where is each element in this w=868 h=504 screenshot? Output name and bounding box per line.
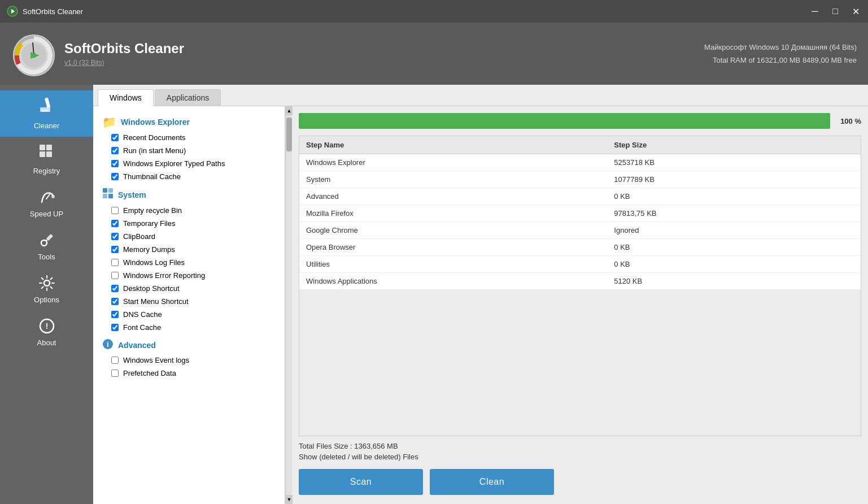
show-files-link[interactable]: Show (deleted / will be deleted) Files [299,453,861,461]
table-row: Mozilla Firefox97813,75 KB [299,205,861,222]
label-temp-files: Temporary Files [123,219,175,228]
svg-rect-11 [41,110,49,112]
cleaner-icon [38,97,56,119]
cell-step-name: Mozilla Firefox [299,205,607,222]
check-empty-recycle[interactable]: Empty recycle Bin [93,204,285,217]
checklist-scrollbar[interactable]: ▲ ▼ [285,106,292,504]
app-logo [11,33,53,75]
cell-step-name: Google Chrome [299,222,607,239]
sidebar-label-registry: Registry [33,167,60,175]
check-dns-cache[interactable]: DNS Cache [93,308,285,321]
checkbox-typed-paths[interactable] [111,160,119,167]
check-desktop-shortcut[interactable]: Desktop Shortcut [93,282,285,295]
results-table: Step Name Step Size Windows Explorer5253… [299,136,861,290]
cell-extra [812,154,861,171]
checkbox-prefetched-data[interactable] [111,370,119,377]
tab-applications[interactable]: Applications [155,89,221,106]
svg-rect-26 [108,194,113,198]
sidebar-item-speedup[interactable]: Speed UP [0,182,93,225]
tab-windows[interactable]: Windows [98,89,154,106]
explorer-folder-icon: 📁 [102,115,116,129]
check-windows-event-logs[interactable]: Windows Event logs [93,354,285,367]
checkbox-temp-files[interactable] [111,220,119,227]
minimize-button[interactable]: ─ [809,6,821,17]
col-header-step-size: Step Size [607,136,811,154]
checkbox-windows-event-logs[interactable] [111,357,119,364]
check-font-cache[interactable]: Font Cache [93,321,285,334]
check-error-reporting[interactable]: Windows Error Reporting [93,269,285,282]
svg-rect-24 [108,188,113,193]
svg-point-20 [44,280,50,286]
registry-icon [38,144,55,164]
checkbox-recent-documents[interactable] [111,134,119,141]
check-recent-documents[interactable]: Recent Documents [93,131,285,144]
content-area: Windows Applications 📁 Windows Explorer … [93,85,868,504]
checkbox-memory-dumps[interactable] [111,246,119,253]
app-logo-icon [7,6,18,17]
sidebar-item-cleaner[interactable]: Cleaner [0,90,93,137]
sidebar-item-options[interactable]: Options [0,268,93,311]
check-start-menu-shortcut[interactable]: Start Menu Shortcut [93,295,285,308]
scroll-thumb[interactable] [286,118,292,151]
clean-button[interactable]: Clean [430,469,554,495]
svg-rect-25 [103,194,107,198]
sidebar-item-tools[interactable]: Tools [0,225,93,268]
table-row: System1077789 KB [299,171,861,188]
checkbox-dns-cache[interactable] [111,311,119,318]
system-section-title: System [118,190,146,199]
cell-step-size: 5120 KB [607,273,811,290]
checkbox-font-cache[interactable] [111,324,119,331]
checkbox-windows-log[interactable] [111,259,119,266]
checkbox-error-reporting[interactable] [111,272,119,279]
check-memory-dumps[interactable]: Memory Dumps [93,243,285,256]
sidebar-item-registry[interactable]: Registry [0,137,93,182]
table-row: Google ChromeIgnored [299,222,861,239]
tools-icon [38,232,55,250]
sidebar: Cleaner Registry Speed UP [0,85,93,504]
cell-step-name: System [299,171,607,188]
svg-point-18 [41,240,47,246]
scroll-up-arrow[interactable]: ▲ [286,106,293,115]
app-version[interactable]: v1.0 (32 Bits) [64,59,693,67]
check-thumbnail-cache[interactable]: Thumbnail Cache [93,170,285,183]
checkbox-desktop-shortcut[interactable] [111,285,119,292]
about-icon: ! [38,318,55,336]
checkbox-clipboard[interactable] [111,233,119,240]
system-name: Майкрософт Windows 10 Домашняя (64 Bits) [704,41,857,54]
check-run-start-menu[interactable]: Run (in start Menu) [93,144,285,157]
check-clipboard[interactable]: ClipBoard [93,230,285,243]
svg-line-17 [46,194,50,199]
scan-button[interactable]: Scan [299,469,423,495]
check-typed-paths[interactable]: Windows Explorer Typed Paths [93,157,285,170]
progress-bar-container: 100 % [299,113,861,129]
sidebar-item-about[interactable]: ! About [0,311,93,354]
checkbox-empty-recycle[interactable] [111,207,119,214]
checkbox-start-menu-shortcut[interactable] [111,298,119,305]
table-row: Utilities0 KB [299,256,861,273]
total-size-label: Total Files Size : 1363,656 MB [299,442,861,450]
options-icon [38,275,55,293]
sidebar-label-about: About [37,338,56,347]
cell-extra [812,273,861,290]
section-header-advanced: i Advanced [93,334,285,354]
scroll-down-arrow[interactable]: ▼ [286,495,293,504]
cell-step-size: 1077789 KB [607,171,811,188]
check-windows-log[interactable]: Windows Log Files [93,256,285,269]
sidebar-label-speedup: Speed UP [30,210,63,218]
cell-extra [812,239,861,256]
svg-rect-14 [40,151,45,157]
table-row: Advanced0 KB [299,188,861,205]
check-temp-files[interactable]: Temporary Files [93,217,285,230]
svg-point-16 [51,195,55,198]
check-prefetched-data[interactable]: Prefetched Data [93,367,285,380]
checkbox-thumbnail-cache[interactable] [111,173,119,180]
action-buttons: Scan Clean [299,469,861,497]
header-title-area: SoftOrbits Cleaner v1.0 (32 Bits) [64,41,693,67]
checkbox-run-start-menu[interactable] [111,147,119,154]
close-button[interactable]: ✕ [850,6,861,17]
explorer-section-title: Windows Explorer [121,118,190,127]
label-prefetched-data: Prefetched Data [123,369,176,377]
cell-extra [812,188,861,205]
sidebar-label-cleaner: Cleaner [34,121,60,130]
maximize-button[interactable]: □ [830,6,841,17]
